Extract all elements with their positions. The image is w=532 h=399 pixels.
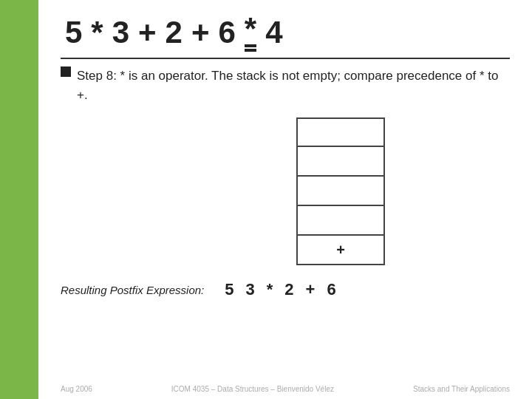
stack-cell-4: +	[298, 236, 383, 265]
step-label: Step 8:	[77, 69, 117, 83]
expr-token-5: 5	[61, 17, 86, 48]
stack-cell-1	[298, 147, 383, 177]
postfix-token-plus: +	[300, 280, 321, 299]
expr-token-6: 6	[214, 17, 240, 48]
expr-token-star2-highlighted: *	[240, 13, 261, 52]
expr-token-star1: *	[86, 17, 107, 48]
bullet-icon	[61, 66, 71, 77]
step-text: Step 8: * is an operator. The stack is n…	[61, 66, 510, 104]
step-description: * is an operator. The stack is not empty…	[77, 69, 498, 102]
stack-cell-0	[298, 117, 383, 147]
postfix-token-star: *	[261, 280, 279, 299]
postfix-token-3: 3	[240, 280, 261, 299]
postfix-token-2: 2	[279, 280, 299, 299]
expression-area: 5 * 3 + 2 + 6 * 4	[61, 13, 510, 59]
postfix-token-6: 6	[321, 280, 341, 299]
footer-center: ICOM 4035 – Data Structures – Bienvenido…	[171, 385, 334, 393]
footer-right: Stacks and Their Applications	[413, 385, 510, 393]
footer-left: Aug 2006	[61, 385, 92, 393]
step-text-block: Step 8: * is an operator. The stack is n…	[77, 66, 510, 104]
stack-table: +	[296, 117, 385, 265]
star-highlight: *	[245, 13, 256, 47]
main-content: 5 * 3 + 2 + 6 * 4 Step 8: * is an operat…	[38, 0, 532, 399]
expr-token-plus2: +	[187, 17, 214, 48]
postfix-row: Resulting Postfix Expression: 5 3 * 2 + …	[61, 280, 510, 299]
sidebar	[0, 0, 38, 399]
stack-container: +	[171, 117, 510, 265]
star-value: *	[245, 13, 256, 44]
stack-cell-2	[298, 177, 383, 206]
expr-token-plus1: +	[134, 17, 161, 48]
expr-token-4: 4	[261, 17, 287, 48]
footer: Aug 2006 ICOM 4035 – Data Structures – B…	[38, 385, 532, 393]
postfix-label: Resulting Postfix Expression:	[61, 284, 204, 296]
stack-cell-3	[298, 206, 383, 236]
expr-token-3: 3	[108, 17, 134, 48]
expr-token-2: 2	[161, 17, 187, 48]
postfix-token-5: 5	[219, 280, 239, 299]
step-text-inner: Step 8: * is an operator. The stack is n…	[61, 66, 510, 104]
